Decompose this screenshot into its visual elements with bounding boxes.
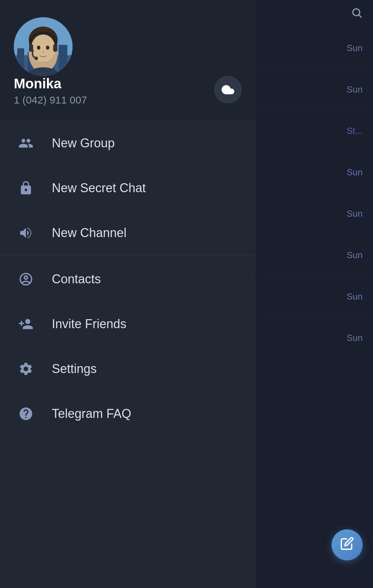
menu-section: New Group New Secret Chat New Channel: [0, 121, 256, 588]
new-group-item[interactable]: New Group: [0, 121, 256, 166]
chat-row[interactable]: Sun: [254, 152, 373, 193]
compose-fab-button[interactable]: [332, 529, 363, 560]
chat-row[interactable]: Sun: [254, 317, 373, 359]
lock-icon: [14, 176, 38, 200]
chat-time: Sun: [347, 84, 363, 95]
profile-phone: 1 (042) 911 007: [14, 94, 242, 106]
svg-rect-12: [53, 44, 57, 52]
chat-time: Sun: [347, 291, 363, 302]
svg-point-13: [35, 57, 38, 60]
chat-time: St...: [347, 126, 363, 136]
svg-line-1: [359, 15, 361, 17]
compose-icon: [340, 537, 354, 553]
settings-label: Settings: [52, 362, 97, 376]
chat-time: Sun: [347, 167, 363, 178]
avatar[interactable]: [14, 17, 73, 76]
drawer: Monika 1 (042) 911 007 New Group: [0, 0, 256, 588]
new-secret-chat-item[interactable]: New Secret Chat: [0, 166, 256, 210]
svg-rect-6: [59, 45, 67, 76]
svg-rect-4: [17, 48, 24, 76]
new-group-label: New Group: [52, 136, 115, 150]
saved-messages-button[interactable]: [214, 76, 242, 104]
profile-info: Monika 1 (042) 911 007: [14, 76, 242, 106]
chat-time: Sun: [347, 333, 363, 343]
svg-point-15: [46, 46, 49, 50]
chat-row[interactable]: Sun: [254, 276, 373, 317]
new-channel-label: New Channel: [52, 226, 126, 240]
chat-list-header: [351, 7, 363, 21]
chat-time: Sun: [347, 250, 363, 261]
chat-list-panel: Sun Sun St... Sun Sun Sun Sun Sun: [254, 0, 373, 588]
profile-header: Monika 1 (042) 911 007: [0, 0, 256, 121]
chat-time: Sun: [347, 43, 363, 53]
profile-name: Monika: [14, 76, 242, 91]
chat-row[interactable]: St...: [254, 110, 373, 152]
faq-label: Telegram FAQ: [52, 406, 131, 421]
faq-item[interactable]: Telegram FAQ: [0, 391, 256, 436]
chat-row[interactable]: Sun: [254, 235, 373, 276]
new-channel-item[interactable]: New Channel: [0, 210, 256, 255]
svg-point-14: [37, 46, 40, 50]
contacts-item[interactable]: Contacts: [0, 257, 256, 302]
new-secret-chat-label: New Secret Chat: [52, 181, 146, 195]
settings-item[interactable]: Settings: [0, 346, 256, 391]
search-icon[interactable]: [351, 9, 363, 21]
chat-row[interactable]: Sun: [254, 28, 373, 69]
chat-row[interactable]: Sun: [254, 69, 373, 110]
contacts-label: Contacts: [52, 272, 101, 286]
contact-icon: [14, 267, 38, 291]
invite-friends-item[interactable]: Invite Friends: [0, 302, 256, 346]
group-icon: [14, 131, 38, 155]
invite-friends-label: Invite Friends: [52, 317, 126, 331]
help-icon: [14, 402, 38, 426]
channel-icon: [14, 221, 38, 245]
chat-list: Sun Sun St... Sun Sun Sun Sun Sun: [254, 28, 373, 359]
settings-icon: [14, 357, 38, 381]
chat-time: Sun: [347, 208, 363, 219]
invite-icon: [14, 312, 38, 336]
chat-row[interactable]: Sun: [254, 193, 373, 235]
